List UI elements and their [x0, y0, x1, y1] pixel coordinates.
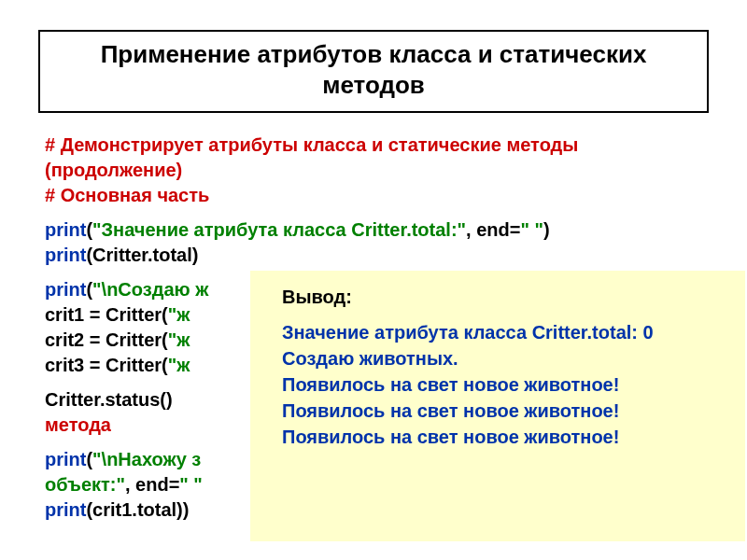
output-line: Создаю животных. [282, 345, 726, 371]
slide-title: Применение атрибутов класса и статически… [59, 39, 688, 100]
string-literal: "ж [168, 355, 190, 375]
code-text: crit3 = Critter( [45, 355, 168, 375]
output-panel: Вывод: Значение атрибута класса Critter.… [250, 271, 745, 541]
print-keyword: print [45, 219, 86, 240]
output-line: Появилось на свет новое животное! [282, 371, 726, 398]
code-comment-block: # Демонстрирует атрибуты класса и статич… [45, 133, 702, 208]
string-literal: объект:" [45, 474, 125, 495]
output-line: Значение атрибута класса Critter.total: … [282, 319, 726, 345]
code-text: crit2 = Critter( [45, 329, 168, 350]
code-text: Critter.status() [45, 389, 173, 410]
string-literal: "ж [168, 304, 190, 325]
code-text: , end= [466, 219, 520, 240]
string-literal: "\nНахожу з [92, 449, 201, 469]
print-keyword: print [45, 279, 86, 300]
string-literal: " " [179, 474, 203, 495]
code-print-block-1: print("Значение атрибута класса Critter.… [45, 217, 702, 268]
code-text: , end= [125, 474, 179, 495]
output-line: Появилось на свет новое животное! [282, 424, 726, 450]
print-keyword: print [45, 499, 86, 520]
string-literal: " " [520, 219, 543, 240]
code-text: (Critter.total) [86, 245, 198, 265]
paren-close: ) [543, 219, 550, 240]
code-text: crit1 = Critter( [45, 304, 168, 325]
comment-line-2: # Основная часть [45, 185, 209, 205]
string-literal: "ж [168, 329, 190, 350]
print-keyword: print [45, 245, 86, 265]
string-literal: "\nСоздаю ж [92, 279, 208, 300]
code-word-metoda: метода [45, 414, 111, 435]
code-text: (crit1.total)) [86, 499, 189, 520]
comment-line-1: # Демонстрирует атрибуты класса и статич… [45, 134, 578, 180]
slide-title-box: Применение атрибутов класса и статически… [38, 30, 709, 113]
output-line: Появилось на свет новое животное! [282, 398, 726, 424]
string-literal: "Значение атрибута класса Critter.total:… [92, 219, 466, 240]
print-keyword: print [45, 449, 86, 469]
output-heading: Вывод: [282, 284, 726, 310]
